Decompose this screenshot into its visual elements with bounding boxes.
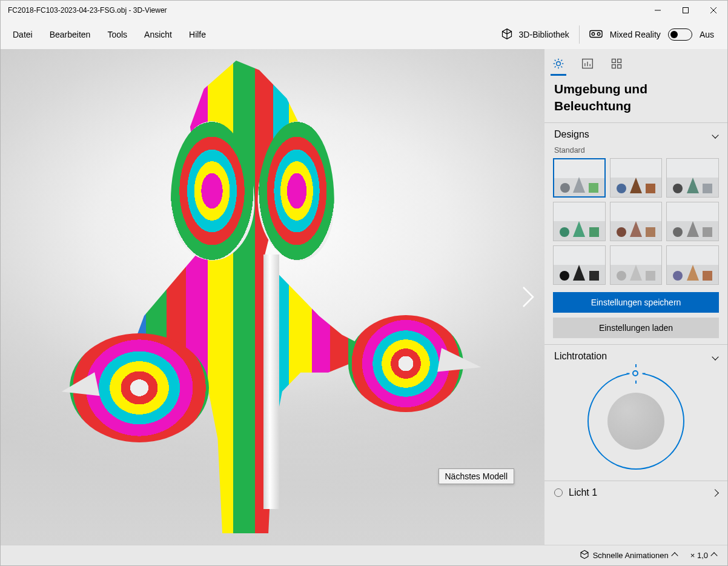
- design-thumb-2[interactable]: [610, 158, 663, 198]
- animations-label: Schnelle Animationen: [593, 551, 669, 560]
- design-thumb-9[interactable]: [666, 245, 719, 285]
- mixed-reality-toggle[interactable]: [668, 28, 692, 41]
- close-button[interactable]: [700, 1, 727, 20]
- designs-title: Designs: [554, 129, 589, 140]
- chevron-up-icon: [712, 551, 716, 560]
- svg-rect-1: [683, 8, 689, 13]
- light-1-row[interactable]: Licht 1: [544, 481, 727, 504]
- mixed-reality-label: Mixed Reality: [610, 30, 661, 39]
- light-rotation-title: Lichtrotation: [554, 351, 607, 362]
- light-rotation-ring[interactable]: [587, 373, 684, 470]
- svg-rect-21: [618, 59, 621, 63]
- designs-grid: [544, 158, 727, 292]
- zoom-menu[interactable]: × 1,0: [687, 551, 720, 560]
- svg-rect-22: [612, 65, 616, 68]
- svg-line-14: [555, 66, 556, 67]
- section-designs: Designs Standard Einstellungen speichern…: [544, 122, 727, 344]
- sidebar-heading: Umgebung und Beleuchtung: [544, 72, 727, 122]
- svg-rect-20: [612, 59, 616, 63]
- designs-header[interactable]: Designs: [544, 123, 727, 146]
- design-thumb-8[interactable]: [610, 245, 663, 285]
- mixed-reality-state: Aus: [700, 30, 714, 39]
- stats-icon: [581, 58, 594, 70]
- design-thumb-3[interactable]: [666, 158, 719, 198]
- tab-stats[interactable]: [581, 55, 594, 72]
- maximize-button[interactable]: [672, 1, 700, 20]
- cube-icon: [501, 28, 513, 42]
- light-rotation-control[interactable]: [544, 368, 727, 481]
- light-rotation-knob[interactable]: [607, 393, 664, 450]
- next-model-button[interactable]: [519, 279, 537, 315]
- menu-bar: Datei Bearbeiten Tools Ansicht Hilfe 3D-…: [1, 20, 727, 49]
- light-1-radio[interactable]: [554, 488, 563, 497]
- library-button[interactable]: 3D-Bibliothek: [491, 28, 579, 42]
- viewport-3d[interactable]: Nächstes Modell: [1, 49, 544, 545]
- cube-small-icon: [580, 550, 589, 561]
- load-settings-button[interactable]: Einstellungen laden: [553, 318, 719, 338]
- menu-view[interactable]: Ansicht: [136, 26, 180, 43]
- library-label: 3D-Bibliothek: [519, 30, 569, 39]
- save-settings-button[interactable]: Einstellungen speichern: [553, 292, 719, 313]
- design-thumb-7[interactable]: [553, 245, 606, 285]
- light-1-label: Licht 1: [569, 487, 706, 498]
- svg-point-5: [592, 32, 595, 35]
- minimize-button[interactable]: [644, 1, 672, 20]
- chevron-left-icon: [712, 487, 718, 498]
- menu-edit[interactable]: Bearbeiten: [41, 26, 99, 43]
- menu-help[interactable]: Hilfe: [180, 26, 214, 43]
- tab-environment[interactable]: [552, 55, 565, 72]
- svg-point-7: [557, 62, 561, 66]
- content-area: Nächstes Modell Umgebung und Beleuchtung…: [1, 49, 727, 545]
- svg-line-13: [561, 66, 562, 67]
- svg-line-12: [555, 60, 556, 61]
- tab-grid[interactable]: [610, 55, 623, 72]
- design-thumb-4[interactable]: [553, 202, 606, 241]
- design-thumb-5[interactable]: [610, 202, 663, 241]
- sidebar-panel: Umgebung und Beleuchtung Designs Standar…: [544, 49, 727, 545]
- design-thumb-1[interactable]: [553, 158, 606, 198]
- next-model-tooltip: Nächstes Modell: [438, 468, 515, 484]
- svg-point-6: [597, 32, 600, 35]
- window-title: FC2018-FC103-2023-04-23-FSG.obj - 3D-Vie…: [1, 6, 644, 15]
- mixed-reality-group: Mixed Reality Aus: [579, 25, 724, 44]
- chevron-down-icon: [713, 129, 718, 140]
- animations-menu[interactable]: Schnelle Animationen: [576, 550, 681, 561]
- zoom-label: × 1,0: [690, 551, 708, 560]
- design-thumb-6[interactable]: [666, 202, 719, 241]
- chevron-down-icon: [713, 351, 718, 362]
- chevron-up-icon: [672, 551, 677, 560]
- svg-line-15: [561, 60, 562, 61]
- app-window: FC2018-FC103-2023-04-23-FSG.obj - 3D-Vie…: [0, 0, 728, 566]
- chevron-right-icon: [521, 285, 535, 309]
- section-light-rotation: Lichtrotation: [544, 344, 727, 481]
- sun-handle-icon[interactable]: [629, 367, 643, 381]
- title-bar: FC2018-FC103-2023-04-23-FSG.obj - 3D-Vie…: [1, 1, 727, 20]
- grid-icon: [611, 58, 623, 70]
- designs-subtitle: Standard: [544, 146, 727, 158]
- menu-tools[interactable]: Tools: [99, 26, 136, 43]
- headset-icon: [589, 28, 603, 41]
- sidebar-tabs: [544, 49, 727, 72]
- model-object: [51, 49, 439, 545]
- svg-rect-23: [618, 65, 621, 68]
- status-bar: Schnelle Animationen × 1,0: [1, 545, 727, 565]
- menu-file[interactable]: Datei: [4, 26, 41, 43]
- sun-icon: [552, 58, 564, 70]
